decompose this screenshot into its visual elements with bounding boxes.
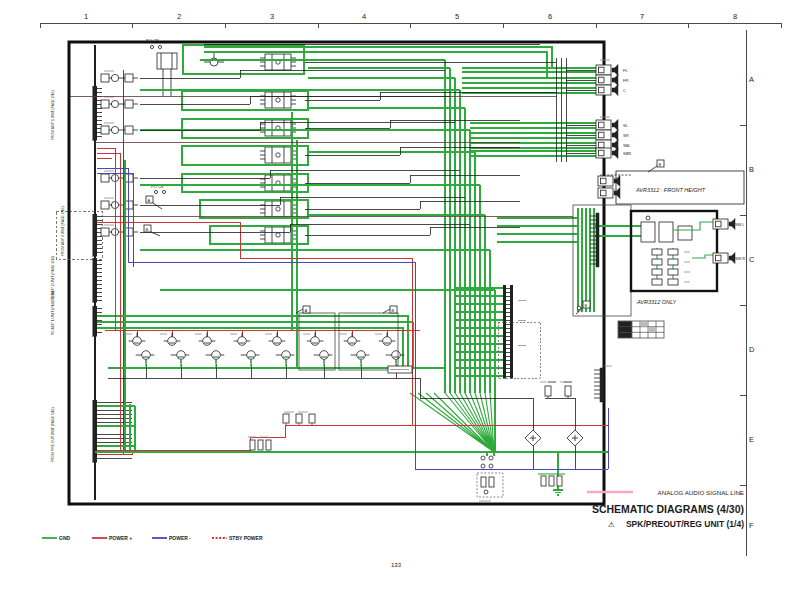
ruler-row: A xyxy=(749,75,754,84)
legend-label-gnd: GND xyxy=(59,535,71,541)
ruler-row: D xyxy=(749,345,755,354)
ic-symbol xyxy=(260,92,296,108)
title-block: ANALOG AUDIO SIGNAL LINE SCHEMATIC DIAGR… xyxy=(587,489,744,529)
ruler-col: 5 xyxy=(455,12,459,21)
ic-symbol xyxy=(260,54,296,70)
schematic-canvas: 1 2 3 4 5 6 7 8 A B C D E F 133 ANALOG A… xyxy=(0,0,793,589)
ruler-col: 4 xyxy=(362,12,366,21)
power-rails xyxy=(97,148,608,469)
ic-symbol xyxy=(260,227,296,243)
left-connector-label: TO AMP 1 UNIT (PAGE 3/16) xyxy=(51,291,55,335)
ruler-col: 8 xyxy=(733,12,737,21)
bridge-rectifier xyxy=(567,430,583,446)
terminal-label: C xyxy=(623,88,626,93)
legend: GND POWER + POWER - STBY POWER xyxy=(42,535,263,541)
left-connector-label: FROM AMP 1 UNIT (PAGE 2/16) xyxy=(51,90,55,140)
terminal-label: SW-L xyxy=(735,223,744,227)
po-cr-label: PO CR xyxy=(146,38,159,43)
ruler-col: 3 xyxy=(270,12,274,21)
bridge-rectifier xyxy=(525,430,541,446)
ruler-col: 2 xyxy=(177,12,181,21)
schematic-title: SCHEMATIC DIAGRAMS (4/30) xyxy=(592,503,744,515)
callout-a: A xyxy=(148,198,151,203)
ruler-row: F xyxy=(749,521,754,530)
callout-b: B xyxy=(392,308,395,313)
page-number: 133 xyxy=(391,562,402,568)
callout-b: B xyxy=(659,162,662,167)
ruler-col: 6 xyxy=(548,12,552,21)
power-section xyxy=(477,366,612,501)
ic-symbol xyxy=(260,175,296,191)
left-connector-label: FROM AMP 2 UNIT (PAGE 2/16) xyxy=(61,206,65,256)
ruler-row: E xyxy=(749,435,754,444)
callout-b: B xyxy=(585,303,588,308)
pin-stack-connector xyxy=(498,285,540,378)
schematic-border xyxy=(69,42,604,504)
speaker-terminals: FL FR C SL SR SBL SBR xyxy=(596,60,631,159)
avr-only-box: B SW-L SW-R AVR3312 ONLY xyxy=(573,205,745,338)
bottom-mid-components xyxy=(248,412,315,452)
gnd-wire-fan xyxy=(410,393,494,452)
legend-label-power-neg: POWER - xyxy=(169,535,191,541)
legend-label-stby: STBY POWER xyxy=(229,535,263,541)
terminal-label: SR xyxy=(623,133,629,138)
ruler-row: B xyxy=(749,165,754,174)
legend-label-power-pos: POWER + xyxy=(109,535,132,541)
regulator-column: PO CR PO CR A B xyxy=(144,38,296,243)
terminal-label: FR xyxy=(623,78,628,83)
ruler-col: 7 xyxy=(640,12,644,21)
ruler-col: 1 xyxy=(84,12,88,21)
ic-symbol xyxy=(260,147,296,163)
avr-only-label: AVR3312 ONLY xyxy=(636,299,677,305)
terminal-label: SBR xyxy=(623,151,631,156)
callout-b: B xyxy=(146,227,149,232)
schematic-page: 1 2 3 4 5 6 7 8 A B C D E F 133 ANALOG A… xyxy=(0,0,793,589)
front-height-box: AVR3312 : FRONT HEIGHT B xyxy=(598,160,744,204)
front-height-label: AVR3312 : FRONT HEIGHT xyxy=(635,187,706,193)
terminal-label: SBL xyxy=(623,143,631,148)
left-connectors: FROM AMP 1 UNIT (PAGE 2/16) FROM AMP 2 U… xyxy=(51,45,135,500)
terminal-label: SW-R xyxy=(735,257,745,261)
terminal-label: FL xyxy=(623,68,628,73)
schematic-subtitle: SPK/PREOUT/REG UNIT (1/4) xyxy=(626,519,744,529)
callout-a: A xyxy=(305,308,308,313)
analog-line-label: ANALOG AUDIO SIGNAL LINE xyxy=(658,489,744,496)
gnd-wire-network xyxy=(95,45,641,495)
warning-icon: ⚠ xyxy=(608,520,615,529)
terminal-label: SL xyxy=(623,123,629,128)
ic-symbol xyxy=(260,201,296,217)
ruler-row: C xyxy=(749,255,755,264)
left-connector-label: FROM PRE OUT UNIT (PAGE 5/16) xyxy=(51,407,55,462)
